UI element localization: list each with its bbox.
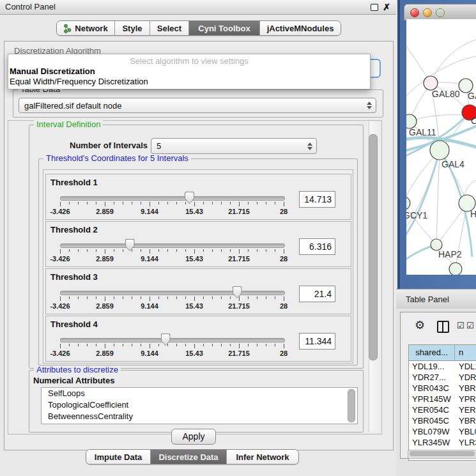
- list-item[interactable]: SelfLoops: [42, 388, 357, 399]
- dropdown-prompt[interactable]: Select algorithm to view settings: [8, 56, 370, 66]
- cell-shared-name: YER054C: [409, 404, 455, 415]
- tab-jactivemnodules[interactable]: jActiveMNodules: [260, 21, 341, 35]
- threshold-value-input[interactable]: [299, 333, 335, 349]
- control-panel-title: Control Panel: [5, 0, 56, 14]
- tab-infer-network[interactable]: Infer Network: [227, 450, 298, 464]
- scale-tick-label: 2.859: [96, 255, 114, 263]
- dropdown-option-manual-discretization[interactable]: Manual Discretization: [10, 66, 95, 76]
- slider-scale-labels: -3.4262.8599.14415.4321.71528: [60, 255, 284, 264]
- slider-track[interactable]: [60, 291, 285, 295]
- node-label-gcy1: GCY1: [406, 210, 427, 220]
- table-row[interactable]: YBR045C YBR0: [409, 415, 476, 426]
- node-gal4: [430, 141, 449, 160]
- scale-tick-label: 21.715: [228, 255, 250, 263]
- threshold-label: Threshold 1: [50, 178, 98, 187]
- tab-impute-data[interactable]: Impute Data: [86, 450, 151, 464]
- scale-tick-label: 9.144: [141, 255, 158, 263]
- horizontal-scrollbar-thumb[interactable]: [410, 451, 475, 456]
- threshold-row: Threshold 2 -3.4262.8599.14415.4321.7152…: [45, 221, 351, 267]
- screen: Control Panel ✗ Network Style Select: [0, 0, 476, 476]
- tab-style[interactable]: Style: [115, 21, 150, 35]
- column-header-shared-name[interactable]: shared...: [409, 345, 455, 360]
- slider-ruler: [60, 344, 284, 349]
- table-row[interactable]: YER054C YER0: [409, 404, 476, 415]
- network-icon: [63, 24, 72, 33]
- float-window-icon[interactable]: [371, 4, 378, 11]
- table-row[interactable]: YBL079W YBL0: [409, 426, 476, 437]
- threshold-slider[interactable]: -3.4262.8599.14415.4321.71528: [60, 286, 284, 314]
- node-label-ga-cut: GA: [468, 91, 476, 101]
- apply-button[interactable]: Apply: [171, 429, 216, 445]
- dropdown-option-equal-width[interactable]: Equal Width/Frequency Discretization: [10, 77, 148, 86]
- tab-select[interactable]: Select: [150, 21, 189, 35]
- scale-tick-label: 28: [280, 255, 288, 263]
- scale-tick-label: 9.144: [141, 302, 158, 310]
- table-panel-titlebar: Table Panel: [396, 289, 476, 310]
- cell-shared-name: YDL19...: [409, 361, 455, 372]
- table-row[interactable]: YBR043C YBR0: [409, 383, 476, 394]
- threshold-value-input[interactable]: [299, 191, 335, 208]
- cell-shared-name: YDR27...: [409, 372, 455, 383]
- thresholds-group-title: Threshold's Coordinates for 5 Intervals: [43, 154, 191, 163]
- slider-track[interactable]: [60, 196, 285, 201]
- table-row[interactable]: YLR345W YLR3: [409, 437, 476, 448]
- node-label-gal4: GAL4: [441, 159, 464, 169]
- threshold-slider[interactable]: -3.4262.8599.14415.4321.71528: [60, 333, 284, 361]
- tab-network-label: Network: [75, 24, 107, 33]
- slider-scale-labels: -3.4262.8599.14415.4321.71528: [60, 208, 284, 217]
- column-header-name[interactable]: n: [455, 345, 476, 360]
- stepper-icon: [307, 142, 312, 150]
- minimize-traffic-light-icon[interactable]: [423, 8, 432, 17]
- tab-network[interactable]: Network: [57, 21, 115, 35]
- threshold-slider[interactable]: -3.4262.8599.14415.4321.71528: [60, 191, 284, 219]
- slider-track[interactable]: [60, 243, 285, 248]
- close-traffic-light-icon[interactable]: [410, 8, 419, 17]
- network-canvas[interactable]: GAL80 GA C GAL11 GAL4 GCY1 H HAP2: [406, 19, 476, 275]
- slider-ruler: [60, 202, 284, 207]
- vertical-scrollbar-thumb[interactable]: [369, 134, 378, 360]
- scale-tick-label: 15.43: [185, 208, 203, 215]
- node-bottom: [449, 263, 462, 275]
- tab-cyni-toolbox[interactable]: Cyni Toolbox: [189, 21, 260, 35]
- threshold-label: Threshold 4: [50, 319, 98, 329]
- list-scrollbar-thumb[interactable]: [348, 389, 355, 422]
- node-label-gal80: GAL80: [432, 89, 460, 99]
- tab-infer-network-label: Infer Network: [236, 452, 289, 462]
- number-of-intervals-label: Number of Intervals: [70, 141, 148, 150]
- close-icon[interactable]: ✗: [383, 1, 390, 13]
- checkbox-icon[interactable]: ☑: [466, 321, 474, 330]
- table-row[interactable]: YPR145W YPR1: [409, 394, 476, 404]
- table-row[interactable]: YDR27... YDR2: [409, 372, 476, 383]
- slider-track[interactable]: [60, 338, 285, 342]
- table-data-combobox-value: galFiltered.sif default node: [24, 101, 121, 111]
- cell-name: YBL0: [455, 426, 476, 437]
- network-view-window: GAL80 GA C GAL11 GAL4 GCY1 H HAP2: [397, 0, 476, 289]
- table-data-combobox[interactable]: galFiltered.sif default node: [19, 98, 376, 113]
- network-window-titlebar[interactable]: [404, 4, 476, 20]
- horizontal-scrollbar[interactable]: [408, 450, 476, 459]
- zoom-traffic-light-icon[interactable]: [436, 8, 445, 17]
- slider-ruler: [60, 296, 284, 302]
- node-gcy1: [406, 197, 410, 210]
- checkbox-icon[interactable]: ☑: [457, 321, 464, 330]
- node-label-c-cut: C: [471, 116, 476, 126]
- split-columns-icon[interactable]: [437, 321, 449, 333]
- vertical-scrollbar[interactable]: [369, 121, 380, 433]
- number-of-intervals-combobox[interactable]: 5: [151, 138, 317, 154]
- threshold-value-input[interactable]: [299, 238, 335, 255]
- list-item[interactable]: BetweennessCentrality: [42, 411, 357, 422]
- table-row[interactable]: YDL19... YDL1: [409, 361, 476, 372]
- scale-tick-label: 9.144: [141, 208, 158, 215]
- numerical-attributes-list[interactable]: SelfLoops TopologicalCoefficient Between…: [41, 387, 358, 424]
- threshold-value-input[interactable]: [299, 286, 335, 302]
- gear-icon[interactable]: ⚙: [415, 319, 425, 331]
- tab-discretize-data[interactable]: Discretize Data: [151, 450, 227, 464]
- threshold-slider[interactable]: -3.4262.8599.14415.4321.71528: [60, 238, 284, 266]
- node-attribute-table[interactable]: shared... n YDL19... YDL1 YDR27... YDR2: [408, 344, 476, 461]
- scale-tick-label: 21.715: [228, 349, 250, 357]
- cell-shared-name: YPR145W: [409, 394, 455, 404]
- node-label-hap2: HAP2: [438, 249, 462, 259]
- list-item[interactable]: TopologicalCoefficient: [42, 399, 357, 411]
- cell-shared-name: YBL079W: [409, 426, 455, 437]
- scale-tick-label: -3.426: [50, 349, 70, 357]
